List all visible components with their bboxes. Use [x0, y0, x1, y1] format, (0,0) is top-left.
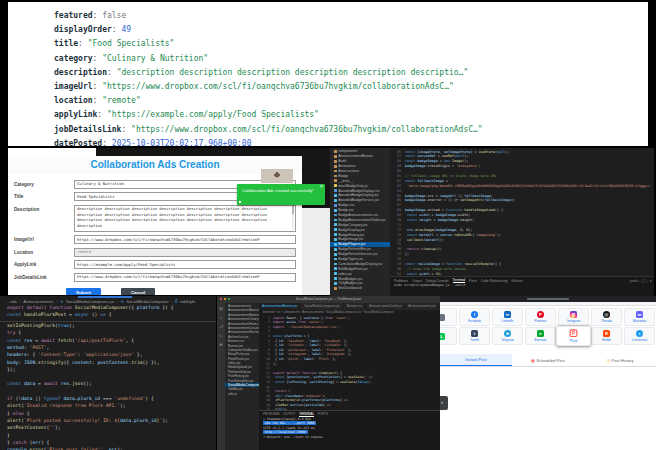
- window-titlebar: SocialMediaComposer.jsx — TheMemoryLane: [217, 296, 440, 303]
- window-dot-1[interactable]: [224, 298, 226, 300]
- form-field-location: Locationremote: [8, 248, 302, 257]
- platform-grid: fFacebookinLinkedInPPinterest◎Instagram@…: [440, 306, 656, 345]
- window-dot-0[interactable]: [220, 298, 222, 300]
- platform-plurk[interactable]: PPlurk: [556, 326, 591, 346]
- terminal-tab[interactable]: PORTS: [318, 412, 328, 416]
- jobdetailslink-input[interactable]: https://www.dropbox.com/scl/fi/oanqchva6…: [74, 273, 296, 282]
- form-field-applylink: ApplyLinkhttps://example.com/apply/Food …: [8, 260, 302, 269]
- platform-tumblr[interactable]: tTumblr: [459, 327, 490, 345]
- platform-line[interactable]: L: [440, 327, 457, 345]
- tab-post-history[interactable]: ◷Post History: [584, 354, 656, 366]
- field-label: JobDetailsLink: [14, 273, 74, 280]
- platform-linkedin[interactable]: inLinkedIn: [492, 308, 523, 326]
- breadcrumb-segment[interactable]: …nds: [6, 299, 17, 304]
- terminal-panel: ProblemsOutputDebug ConsoleTerminalPorts…: [390, 276, 654, 296]
- tab-scheduled-post[interactable]: ▦Scheduled Post: [512, 354, 584, 366]
- terminal-tab[interactable]: OUTPUT: [283, 412, 295, 416]
- platform-icon: [440, 314, 445, 321]
- platform-facebook[interactable]: fFacebook: [459, 308, 490, 326]
- instagram-icon: ◎: [570, 311, 577, 318]
- plurk-icon: P: [570, 329, 578, 337]
- toast-close-icon[interactable]: ×: [320, 184, 323, 189]
- reddit-icon: R: [603, 330, 610, 337]
- explorer-file[interactable]: utils.js: [225, 392, 259, 396]
- terminal-tab-debug-console[interactable]: Debug Console: [426, 279, 449, 283]
- collab-ads-form-window: Collaboration Ads Creation CategoryCulin…: [8, 148, 302, 295]
- editor-tab[interactable]: SocialMediaComposer.jsx: [301, 303, 344, 310]
- platform-pinterest[interactable]: PPinterest: [525, 308, 556, 326]
- platform-label: Tumblr: [470, 338, 479, 342]
- form-field-description: Descriptiondescription description descr…: [8, 205, 302, 232]
- platform-mastodon[interactable]: mMastodon: [624, 308, 655, 326]
- editor-tab[interactable]: AnnouncementCard.jsx: [366, 303, 405, 310]
- breadcrumb-segment[interactable]: tabStyle: [180, 299, 195, 304]
- tab-icon: ◷: [606, 358, 610, 363]
- terminal-tab-ports[interactable]: Ports: [469, 279, 477, 283]
- breadcrumb-segment[interactable]: Announcements: [23, 299, 53, 304]
- editor-tab[interactable]: Banner.css: [344, 303, 366, 310]
- explorer-file[interactable]: BadgeAnnouncementTable.jsx: [330, 217, 390, 222]
- terminal-controls[interactable]: pwsh + ▢ ⌄ ✕: [630, 279, 652, 283]
- window-control-dots[interactable]: [220, 298, 230, 300]
- platform-livejournal[interactable]: tLiveJournal: [624, 327, 655, 345]
- success-toast: Collaboration Ads created successfully! …: [237, 184, 325, 205]
- terminal-tab-code-referencing[interactable]: Code Referencing: [481, 279, 508, 283]
- tab-label: Post History: [611, 358, 633, 363]
- applylink-input[interactable]: https://example.com/apply/Food Specialis…: [74, 260, 296, 269]
- terminal-output: > thememorylane@1.0.0 devnpm run dev -- …: [263, 417, 440, 440]
- terminal-tab[interactable]: PROBLEMS: [263, 412, 280, 416]
- platform-label: Reddit: [602, 338, 611, 342]
- document-field-jobDetailsLink: jobDetailsLink: "https://www.dropbox.com…: [54, 123, 648, 137]
- imageurl-input[interactable]: https://www.dropbox.com/scl/fi/oanqchva6…: [74, 235, 296, 244]
- editor-window-composer: …nds›Announcements›⚛SocialMediaComposer.…: [0, 296, 216, 450]
- tab-label: Scheduled Post: [536, 358, 565, 363]
- editor-window-announcements: SocialMediaComposer.jsx — TheMemoryLane …: [216, 296, 440, 450]
- platform-reddit[interactable]: RReddit: [591, 327, 622, 345]
- address-pill: [527, 298, 569, 301]
- terminal-tab-gitlens[interactable]: GitLens: [511, 279, 522, 283]
- platform-partial[interactable]: [440, 308, 457, 326]
- document-field-category: category: "Culinary & Nutrition": [54, 52, 648, 66]
- cancel-button[interactable]: Cancel: [121, 288, 155, 295]
- document-field-applyLink: applyLink: "https://example.com/apply/Fo…: [54, 108, 648, 122]
- editor-tabs: AnnouncementBanner.jsxSocialMediaCompose…: [259, 303, 440, 310]
- platform-telegram[interactable]: ➤Telegram: [492, 327, 523, 345]
- location-input: remote: [74, 248, 296, 257]
- activity-icon-2[interactable]: ⎇: [219, 324, 224, 329]
- form-field-imageurl: ImageUrlhttps://www.dropbox.com/scl/fi/o…: [8, 235, 302, 244]
- description-textarea[interactable]: description description description desc…: [74, 205, 296, 232]
- activity-icon-4[interactable]: ⊞: [219, 342, 222, 347]
- editor-tab[interactable]: Announcements.jsx: [405, 303, 439, 310]
- document-field-datePosted: datePosted: 2025-10-03T20:02:17.968+00:0…: [54, 137, 648, 146]
- form-title-band: Collaboration Ads Creation: [8, 156, 302, 174]
- explorer-file[interactable]: AnnouncementCard.jsx: [225, 317, 259, 321]
- terminal-tab-output[interactable]: Output: [412, 279, 422, 283]
- platform-threads[interactable]: @Threads: [591, 308, 622, 326]
- editor-tab[interactable]: AnnouncementBanner.jsx: [259, 303, 301, 310]
- window-dot-2[interactable]: [228, 298, 230, 300]
- platform-evernote[interactable]: eEvernote: [525, 327, 556, 345]
- activity-icon-0[interactable]: ▤: [219, 306, 223, 311]
- platform-label: Instagram: [567, 319, 580, 323]
- tab-instant-post[interactable]: Instant Post: [440, 354, 512, 366]
- form-buttons: SubmitCancel: [8, 288, 155, 295]
- terminal-line: ➜ Network: use --host to expose: [263, 435, 440, 440]
- document-field-description: description: "description description de…: [54, 66, 648, 80]
- document-field-title: title: "Food Specialists": [54, 37, 648, 51]
- textarea-scrollbar[interactable]: [292, 206, 294, 230]
- threads-icon: @: [603, 311, 610, 318]
- breadcrumb-segment[interactable]: SocialMediaComposer.jsx: [66, 299, 114, 304]
- collapse-handle[interactable]: ‹: [440, 396, 448, 410]
- explorer-file[interactable]: SiteDashboard: [330, 286, 390, 291]
- platform-instagram[interactable]: ◎Instagram: [558, 308, 589, 326]
- activity-icon-1[interactable]: ⌕: [220, 315, 222, 320]
- toast-message: Collaboration Ads created successfully!: [242, 188, 313, 193]
- browser-titlebar: [440, 296, 656, 302]
- terminal-tab-problems[interactable]: Problems: [394, 279, 408, 283]
- platform-label: Plurk: [570, 338, 578, 342]
- activity-icon-3[interactable]: ▷: [219, 333, 222, 338]
- breadcrumb-segment[interactable]: SocialMediaComposer: [126, 299, 168, 304]
- platform-label: Threads: [601, 319, 612, 323]
- explorer-file[interactable]: CumulativeBadgeDisplay.jsx: [330, 261, 390, 266]
- submit-button[interactable]: Submit: [66, 288, 101, 295]
